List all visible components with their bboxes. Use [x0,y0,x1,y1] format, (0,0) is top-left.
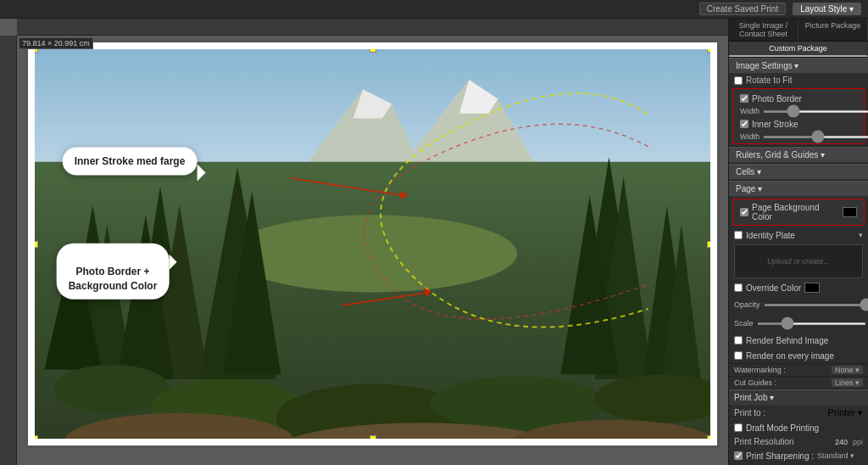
callout-border-text: Photo Border +Background Color [69,266,158,292]
print-job-header[interactable]: Print Job ▾ [729,389,868,406]
create-saved-print-button[interactable]: Create Saved Print [699,3,787,15]
print-resolution-unit: ppi [853,438,863,446]
identity-plate-upload[interactable]: Upload or create... [767,257,830,266]
draft-mode-label: Draft Mode Printing [746,423,819,433]
inner-stroke-width-label: Width [740,132,760,141]
tab-custom-package[interactable]: Custom Package [729,42,868,57]
print-job-section: Print Job ▾ Print to : Printer ▾ Draft M… [729,389,868,465]
page-background-section: Page Background Color [732,199,865,226]
identity-plate-checkbox[interactable] [734,231,743,239]
image-settings-section: Image Settings ▾ Rotate to Fit Photo Bor… [729,58,868,147]
render-behind-label: Render Behind Image [746,336,828,345]
rulers-header[interactable]: Rulers, Grid & Guides ▾ [729,147,868,163]
rulers-section: Rulers, Grid & Guides ▾ [729,147,868,164]
print-to-label: Print to : [734,408,825,417]
image-settings-header[interactable]: Image Settings ▾ [729,58,868,74]
print-sharpening-value[interactable]: Standard ▾ [817,451,854,460]
right-panel: Single Image / Contact Sheet Picture Pac… [728,19,868,465]
print-resolution-check-row: Print Sharpening : Standard ▾ [729,448,868,463]
opacity-row: Opacity 100 % [729,295,868,314]
handle-mid-left[interactable] [35,241,38,248]
layout-style-button[interactable]: Layout Style ▾ [793,3,861,15]
identity-plate-row: Identity Plate ▾ [729,227,868,243]
print-to-value[interactable]: Printer ▾ [828,407,863,418]
photo-border-checkbox[interactable] [740,94,748,103]
cut-guides-row: Cut Guides : Lines ▾ [729,377,868,389]
inner-stroke-width-slider[interactable] [763,136,868,138]
render-every-row: Render on every image [729,348,868,363]
callout-photo-border: Photo Border +Background Color [57,244,170,300]
custom-tab-row: Custom Package [729,42,868,58]
cells-section: Cells ▾ [729,164,868,181]
print-resolution-row: Print Resolution 240 ppi [729,435,868,448]
identity-plate-label: Identity Plate [746,231,795,240]
canvas-area: 79.814 × 20.991 cm [0,19,728,465]
page-section: Page ▾ Page Background Color Identity Pl… [729,181,868,364]
photo-border-width-slider[interactable] [763,110,868,113]
top-bar-actions: Create Saved Print Layout Style ▾ [699,3,861,15]
print-resolution-value: 240 [835,438,848,446]
override-color-label: Override Color [746,283,801,293]
opacity-slider[interactable] [764,304,868,306]
page-background-checkbox[interactable] [740,208,748,216]
photo-border-label: Photo Border [752,94,802,104]
photo-frame[interactable]: Inner Stroke med farge Photo Border +Bac… [25,40,720,448]
handle-bottom-right[interactable] [707,435,710,439]
rotate-to-fit-label: Rotate to Fit [746,76,792,85]
tab-single-image[interactable]: Single Image / Contact Sheet [729,19,798,41]
print-resolution-checkbox[interactable] [734,451,743,460]
photo-border-width-row: Width 5.4 [735,106,862,116]
draft-mode-checkbox[interactable] [734,423,743,432]
render-every-checkbox[interactable] [734,351,743,360]
override-color-checkbox[interactable] [734,283,743,292]
handle-mid-right[interactable] [707,241,710,248]
render-every-label: Render on every image [746,351,834,361]
override-color-swatch[interactable] [804,283,820,293]
opacity-label: Opacity [734,300,760,309]
photo-border-section: Photo Border Width 5.4 Inner Stroke Widt… [732,88,865,144]
page-background-label: Page Background Color [752,203,836,221]
cut-guides-label: Cut Guides : [734,378,830,387]
top-bar: Create Saved Print Layout Style ▾ [0,0,868,19]
handle-top-mid[interactable] [370,49,376,53]
draft-mode-row: Draft Mode Printing [729,420,868,435]
watermarking-label: Watermarking : [734,366,830,374]
photo-border-width-label: Width [740,107,760,115]
identity-plate-expand[interactable]: ▾ [859,231,863,239]
watermarking-row: Watermarking : None ▾ [729,364,868,377]
dimension-label: 79.814 × 20.991 cm [19,37,93,49]
watermarking-value[interactable]: None ▾ [832,366,863,374]
handle-top-right[interactable] [707,49,710,53]
print-to-row: Print to : Printer ▾ [729,406,868,420]
page-header[interactable]: Page ▾ [729,181,868,197]
ruler-vertical [0,36,17,465]
cut-guides-value[interactable]: Lines ▾ [832,378,863,387]
identity-plate-preview: Upload or create... [734,244,863,278]
callout-inner-stroke: Inner Stroke med farge [63,148,198,176]
print-resolution-label: Print Resolution [734,437,832,446]
svg-point-8 [228,215,518,292]
render-behind-row: Render Behind Image [729,333,868,348]
rotate-to-fit-row: Rotate to Fit [729,74,868,87]
handle-bottom-left[interactable] [35,435,38,439]
callout-inner-text: Inner Stroke med farge [75,155,186,167]
handle-bottom-mid[interactable] [370,435,376,439]
inner-stroke-label: Inner Stroke [752,120,798,129]
scale-label: Scale [734,319,754,328]
tab-picture-package[interactable]: Picture Package [798,19,868,41]
page-background-row: Page Background Color [735,201,862,223]
rotate-to-fit-checkbox[interactable] [734,76,743,85]
print-sharpening-label: Print Sharpening : [746,451,814,461]
main-layout: 79.814 × 20.991 cm [0,19,868,465]
inner-stroke-checkbox[interactable] [740,120,748,128]
render-behind-checkbox[interactable] [734,336,743,345]
scale-row: Scale 25 % [729,314,868,333]
package-tabs: Single Image / Contact Sheet Picture Pac… [729,19,868,42]
scale-slider[interactable] [757,322,866,325]
handle-top-left[interactable] [35,49,38,53]
override-color-row: Override Color [729,280,868,295]
cells-header[interactable]: Cells ▾ [729,164,868,180]
page-background-swatch[interactable] [843,207,857,217]
inner-stroke-width-row: Width 10.0 [735,132,862,142]
ruler-horizontal [17,19,728,36]
